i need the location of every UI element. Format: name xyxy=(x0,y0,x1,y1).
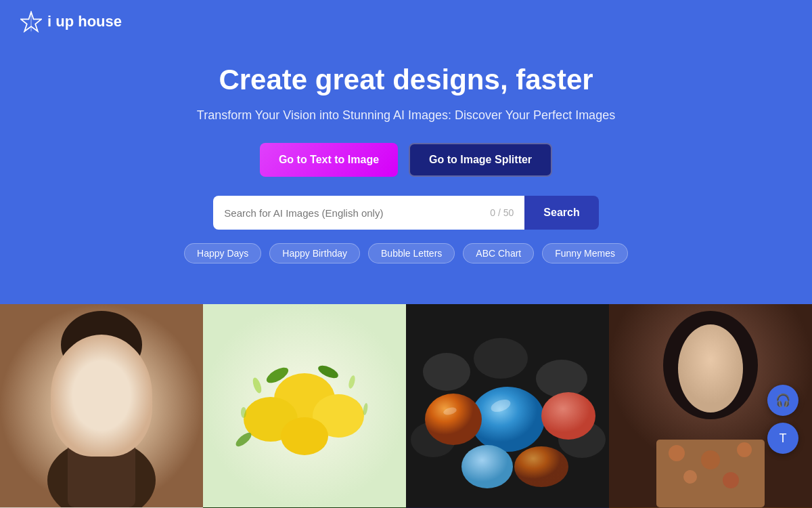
svg-point-29 xyxy=(541,392,595,440)
image-cell-1[interactable] xyxy=(0,304,203,507)
search-bar: 0 / 50 Search xyxy=(14,196,798,230)
search-counter: 0 / 50 xyxy=(490,207,514,218)
svg-point-31 xyxy=(514,446,568,487)
svg-point-13 xyxy=(281,417,328,455)
hero-title: Create great designs, faster xyxy=(14,64,798,96)
svg-point-40 xyxy=(737,442,752,457)
svg-point-41 xyxy=(683,470,697,484)
svg-point-38 xyxy=(669,445,685,461)
tag-bubble-letters[interactable]: Bubble Letters xyxy=(368,243,455,263)
hero-section: i up house Create great designs, faster … xyxy=(0,0,812,304)
hero-subtitle: Transform Your Vision into Stunning AI I… xyxy=(14,108,798,123)
svg-point-36 xyxy=(678,324,743,412)
svg-point-3 xyxy=(64,345,139,440)
image-1-svg xyxy=(0,304,203,507)
headphones-icon: 🎧 xyxy=(775,393,790,408)
logo-icon xyxy=(20,11,42,33)
svg-point-28 xyxy=(425,394,482,445)
logo-text: i up house xyxy=(47,13,122,30)
search-input[interactable] xyxy=(224,207,490,219)
svg-point-5 xyxy=(77,351,85,359)
tag-row: Happy Days Happy Birthday Bubble Letters… xyxy=(14,243,798,263)
tag-happy-days[interactable]: Happy Days xyxy=(184,243,261,263)
image-2-svg xyxy=(203,304,406,507)
svg-point-23 xyxy=(474,338,528,379)
tag-abc-chart[interactable]: ABC Chart xyxy=(463,243,534,263)
headphones-button[interactable]: 🎧 xyxy=(767,385,798,416)
logo[interactable]: i up house xyxy=(20,11,122,33)
image-cell-3[interactable] xyxy=(406,304,609,507)
svg-point-42 xyxy=(723,472,739,488)
image-grid xyxy=(0,304,812,508)
svg-point-22 xyxy=(423,353,470,391)
tag-funny-memes[interactable]: Funny Memes xyxy=(542,243,628,263)
text-icon: T xyxy=(780,431,787,446)
svg-point-24 xyxy=(536,360,587,398)
image-cell-2[interactable] xyxy=(203,304,406,507)
hero-content: Create great designs, faster Transform Y… xyxy=(0,43,812,277)
image-3-svg xyxy=(406,304,609,507)
text-button[interactable]: T xyxy=(767,423,798,454)
svg-point-6 xyxy=(89,347,94,353)
svg-point-30 xyxy=(461,445,513,488)
go-to-image-splitter-button[interactable]: Go to Image Splitter xyxy=(409,143,552,177)
svg-rect-8 xyxy=(68,426,135,507)
hero-buttons: Go to Text to Image Go to Image Splitter xyxy=(14,143,798,177)
search-button[interactable]: Search xyxy=(524,196,598,230)
svg-point-4 xyxy=(61,311,142,379)
floating-buttons: 🎧 T xyxy=(767,385,798,454)
navbar: i up house xyxy=(0,0,812,43)
tag-happy-birthday[interactable]: Happy Birthday xyxy=(269,243,360,263)
search-input-wrapper: 0 / 50 xyxy=(213,196,524,230)
svg-point-39 xyxy=(701,450,720,469)
go-to-text-to-image-button[interactable]: Go to Text to Image xyxy=(260,143,398,177)
svg-point-16 xyxy=(241,407,246,418)
